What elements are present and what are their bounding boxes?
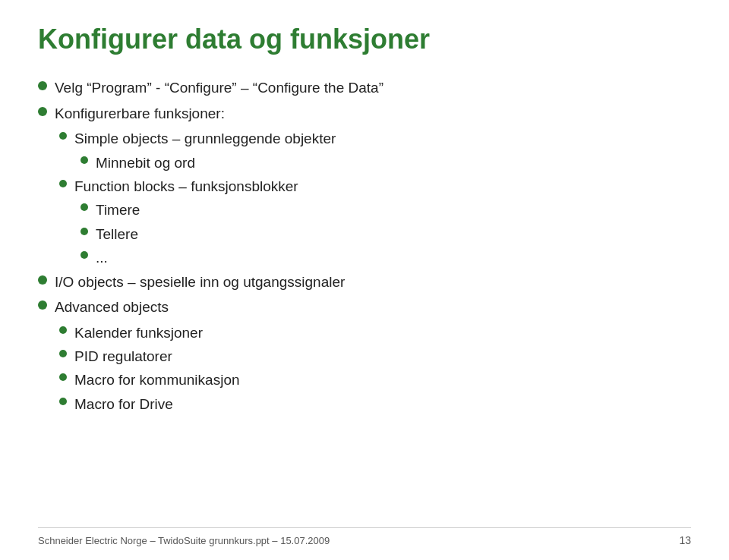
- list-item: Kalender funksjoner: [59, 322, 691, 344]
- bullet-text: Kalender funksjoner: [74, 322, 691, 344]
- bullet-text: Velg “Program” - “Configure” – “Configur…: [55, 77, 691, 99]
- bullet-text: Advanced objects: [55, 296, 691, 318]
- bullet-dot-icon: [38, 275, 47, 285]
- list-item: ...: [80, 247, 691, 269]
- bullet-dot-icon: [38, 300, 47, 310]
- bullet-text: Konfigurerbare funksjoner:: [55, 102, 691, 124]
- list-item: Minnebit og ord: [80, 152, 691, 174]
- list-item: Function blocks – funksjonsblokker: [59, 175, 691, 197]
- bullet-dot-small-icon: [59, 132, 67, 140]
- bullet-text: Macro for Drive: [74, 393, 691, 415]
- list-item: Timere: [80, 199, 691, 221]
- bullet-dot-small-icon: [80, 251, 88, 259]
- bullet-dot-small-icon: [59, 180, 67, 187]
- bullet-dot-small-icon: [59, 350, 67, 357]
- footer-page-number: 13: [679, 534, 691, 546]
- slide-footer: Schneider Electric Norge – TwidoSuite gr…: [38, 527, 691, 546]
- bullet-text: Macro for kommunikasjon: [74, 369, 691, 391]
- list-item: Simple objects – grunnleggende objekter: [59, 127, 691, 149]
- bullet-text: PID regulatorer: [74, 345, 691, 367]
- bullet-text: Minnebit og ord: [96, 152, 691, 174]
- slide-title: Konfigurer data og funksjoner: [38, 23, 691, 55]
- bullet-dot-icon: [38, 107, 47, 116]
- bullet-text: ...: [96, 247, 691, 269]
- bullet-text: Simple objects – grunnleggende objekter: [74, 127, 691, 149]
- list-item: Konfigurerbare funksjoner:: [38, 102, 691, 124]
- bullet-dot-small-icon: [80, 156, 88, 164]
- bullet-text: Timere: [96, 199, 691, 221]
- list-item: Macro for Drive: [59, 393, 691, 415]
- bullet-dot-icon: [38, 81, 47, 90]
- bullet-dot-small-icon: [80, 228, 88, 235]
- bullet-text: I/O objects – spesielle inn og utgangssi…: [55, 271, 691, 293]
- footer-left-text: Schneider Electric Norge – TwidoSuite gr…: [38, 535, 330, 546]
- list-item: I/O objects – spesielle inn og utgangssi…: [38, 271, 691, 293]
- bullet-dot-small-icon: [59, 398, 67, 405]
- bullet-dot-small-icon: [59, 326, 67, 334]
- bullet-text: Function blocks – funksjonsblokker: [74, 175, 691, 197]
- list-item: Tellere: [80, 223, 691, 245]
- slide: Konfigurer data og funksjoner Velg “Prog…: [0, 0, 729, 560]
- content-area: Velg “Program” - “Configure” – “Configur…: [38, 77, 691, 415]
- list-item: Macro for kommunikasjon: [59, 369, 691, 391]
- bullet-dot-small-icon: [59, 373, 67, 381]
- list-item: Advanced objects: [38, 296, 691, 318]
- list-item: Velg “Program” - “Configure” – “Configur…: [38, 77, 691, 99]
- bullet-dot-small-icon: [80, 203, 88, 211]
- list-item: PID regulatorer: [59, 345, 691, 367]
- bullet-text: Tellere: [96, 223, 691, 245]
